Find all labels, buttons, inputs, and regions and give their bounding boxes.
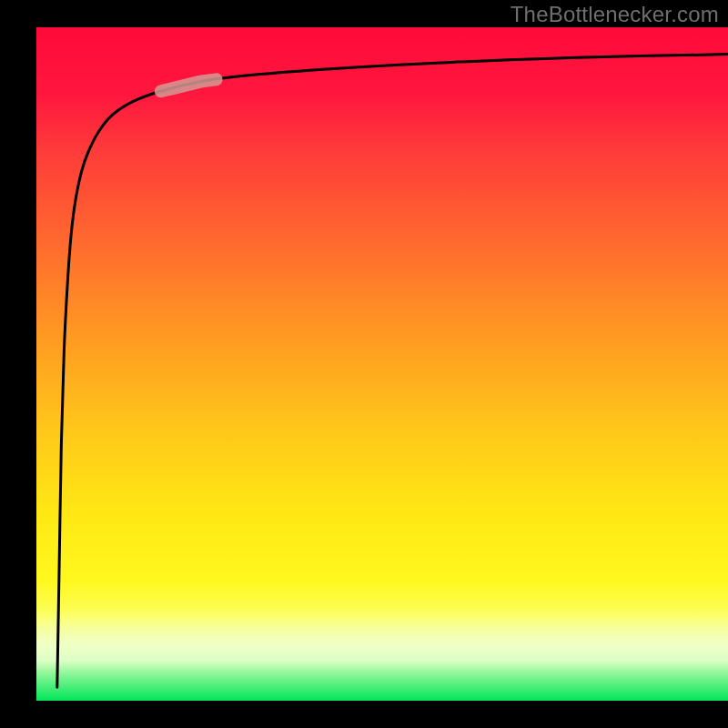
plot-area: [36, 27, 728, 701]
watermark-text: TheBottlenecker.com: [511, 2, 719, 27]
chart-frame: TheBottlenecker.com: [0, 0, 728, 728]
gradient-background: [36, 27, 728, 701]
